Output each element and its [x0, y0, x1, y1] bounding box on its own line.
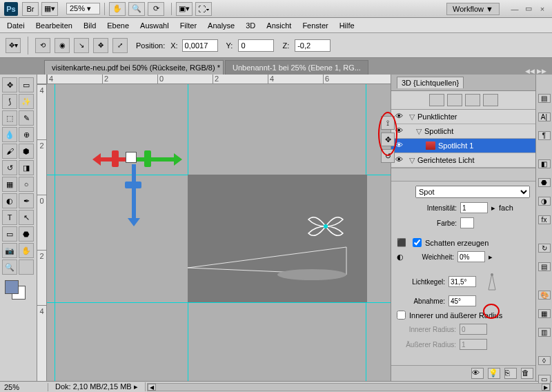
doc-tab-1[interactable]: visitenkarte-neu.pdf bei 50% (Rückseite,… [44, 60, 224, 75]
cone-input[interactable] [448, 276, 476, 287]
toggle-lights-icon[interactable]: 👁 [471, 368, 484, 379]
light-group-punkt[interactable]: 👁▽Punktlichter [391, 110, 535, 124]
dodge-tool[interactable]: ◐ [2, 193, 17, 208]
opt-icon-4[interactable]: ✥ [93, 38, 108, 53]
status-dok[interactable]: Dok: 2,10 MB/2,15 MB ▸ [48, 382, 146, 391]
doc-tab-2[interactable]: Unbenannt-1 bei 25% (Ebene 1, RG... [225, 60, 368, 75]
mb-button[interactable]: ▦▾ [41, 2, 58, 16]
filter-mesh-icon[interactable] [447, 94, 462, 106]
document-canvas[interactable] [188, 175, 367, 302]
radius-checkbox[interactable] [397, 311, 406, 320]
opt-icon-3[interactable]: ↘ [74, 38, 89, 53]
maximize-button[interactable]: ▭ [523, 4, 534, 14]
camera-tool[interactable]: 📷 [2, 243, 17, 258]
color-swatch[interactable] [460, 217, 474, 228]
new-light-icon[interactable]: ⎘ [504, 368, 517, 379]
gradient-tool[interactable]: ▦ [2, 177, 17, 192]
guide[interactable] [55, 84, 55, 381]
move-tool[interactable]: ✥ [2, 77, 17, 92]
hand-tool[interactable]: ✋ [19, 243, 34, 258]
canvas-area[interactable]: 420246 42024 [37, 75, 391, 381]
menu-analyse[interactable]: Analyse [208, 21, 235, 30]
panel-tab-3d[interactable]: 3D {Lichtquellen} [397, 77, 464, 88]
guide[interactable] [47, 302, 391, 303]
screen-icon[interactable]: ⛶▾ [195, 2, 212, 16]
move-light-icon[interactable]: ✥ [381, 133, 395, 146]
intensity-input[interactable] [460, 202, 488, 213]
wand-tool[interactable]: ✨ [19, 94, 34, 109]
y-input[interactable] [238, 39, 274, 52]
delete-light-icon[interactable]: 🗑 [521, 368, 533, 379]
tab-arrows[interactable]: ◀◀ ▶▶ [525, 68, 552, 75]
scrollbar-h[interactable]: ◀▶ [147, 383, 551, 391]
brush-tool[interactable]: 🖌 [2, 144, 17, 159]
falloff-input[interactable] [448, 295, 476, 306]
path-tool[interactable]: ↖ [19, 210, 34, 225]
workflow-select[interactable]: Workflow ▼ [446, 3, 500, 15]
shape-tool[interactable]: ▭ [2, 226, 17, 242]
pen-tool[interactable]: ✒ [19, 193, 34, 208]
panel-icon-3[interactable]: ¶ [538, 131, 551, 140]
hand-icon[interactable]: ✋ [109, 2, 126, 16]
eye-icon[interactable]: 👁 [395, 141, 405, 150]
panel-icon-4[interactable]: ◧ [538, 159, 551, 168]
x-input[interactable] [182, 39, 218, 52]
zoom-tool[interactable]: 🔍 [2, 259, 17, 275]
panel-icon-2[interactable]: A| [538, 112, 551, 121]
rotate-light-icon[interactable]: ↺ [381, 149, 395, 163]
panel-icon-6[interactable]: ◑ [538, 197, 551, 206]
z-input[interactable] [295, 39, 331, 52]
tool-preset-icon[interactable]: ✥▾ [6, 38, 21, 53]
shadow-checkbox[interactable] [413, 238, 422, 247]
menu-filter[interactable]: Filter [180, 21, 197, 30]
panel-icon-13[interactable]: ◊ [538, 356, 551, 365]
3d-gizmo[interactable] [92, 144, 175, 240]
heal-tool[interactable]: ⊕ [19, 127, 34, 142]
marquee-tool[interactable]: ▭ [19, 77, 34, 92]
point-at-icon[interactable]: ⟟ [381, 116, 395, 130]
filter-scene-icon[interactable] [429, 94, 444, 106]
3d-tool[interactable]: ⬣ [19, 226, 34, 242]
panel-icon-7[interactable]: fx [538, 215, 551, 224]
light-guides-icon[interactable]: 💡 [488, 368, 500, 379]
panel-icon-11[interactable]: ▦ [538, 309, 551, 318]
br-button[interactable]: Br [22, 2, 39, 16]
lasso-tool[interactable]: ⟆ [2, 94, 17, 109]
eye-icon[interactable]: 👁 [395, 112, 405, 121]
menu-datei[interactable]: Datei [7, 21, 25, 30]
panel-icon-1[interactable]: ▤ [538, 94, 551, 103]
blur-tool[interactable]: ○ [19, 177, 34, 192]
menu-ansicht[interactable]: Ansicht [266, 21, 291, 30]
menu-3d[interactable]: 3D [246, 21, 255, 30]
color-swatches[interactable] [2, 279, 34, 300]
panel-icon-10[interactable]: 🎨 [538, 291, 551, 300]
panel-icon-9[interactable]: ▤ [538, 262, 551, 271]
close-button[interactable]: × [537, 4, 548, 14]
light-spotlicht-1[interactable]: 👁Spotlicht 1 [391, 139, 535, 153]
light-group-spot[interactable]: 👁▽Spotlicht [391, 124, 535, 139]
panel-icon-5[interactable]: ⬣ [538, 178, 551, 187]
softness-input[interactable] [457, 251, 485, 262]
menu-ebene[interactable]: Ebene [107, 21, 129, 30]
panel-icon-12[interactable]: ▥ [538, 328, 551, 337]
eye-icon[interactable]: 👁 [395, 126, 405, 136]
minimize-button[interactable]: — [509, 4, 520, 14]
menu-bild[interactable]: Bild [83, 21, 96, 30]
type-tool[interactable]: T [2, 210, 17, 225]
eraser-tool[interactable]: ◨ [19, 160, 34, 175]
zoom-icon[interactable]: 🔍 [128, 2, 145, 16]
filter-light-icon[interactable] [483, 94, 498, 106]
opt-icon-1[interactable]: ⟲ [35, 38, 50, 53]
light-type-select[interactable]: Spot [415, 186, 530, 198]
status-zoom[interactable]: 25% [0, 383, 48, 391]
history-tool[interactable]: ↺ [2, 160, 17, 175]
arrange-icon[interactable]: ▣▾ [176, 2, 193, 16]
opt-icon-2[interactable]: ◉ [55, 38, 70, 53]
crop-tool[interactable]: ⬚ [2, 110, 17, 126]
eye-icon[interactable]: 👁 [395, 155, 405, 165]
panel-icon-8[interactable]: ↻ [538, 244, 551, 253]
slice-tool[interactable]: ✎ [19, 110, 34, 126]
zoom-select[interactable]: 25% ▾ [66, 3, 100, 14]
stamp-tool[interactable]: ⬢ [19, 144, 34, 159]
rotate-icon[interactable]: ⟳ [148, 2, 164, 16]
